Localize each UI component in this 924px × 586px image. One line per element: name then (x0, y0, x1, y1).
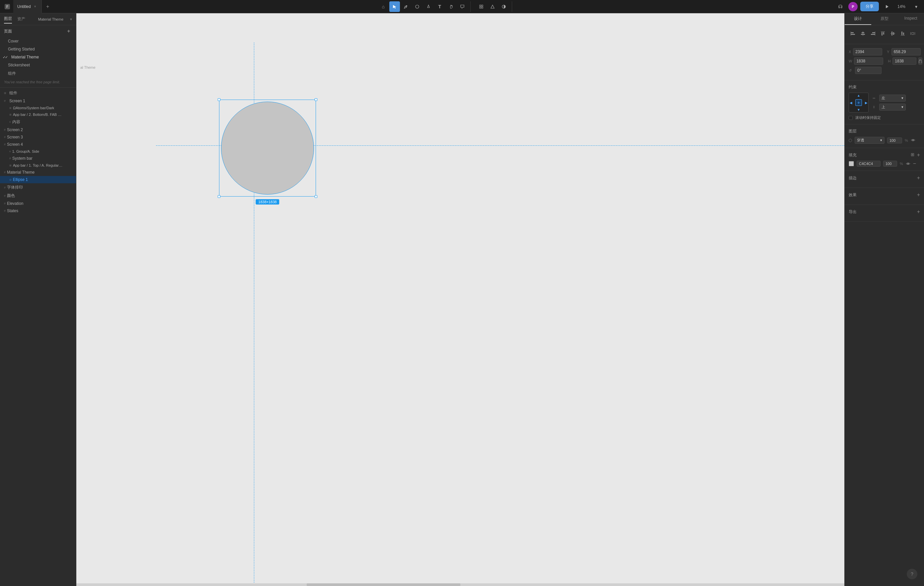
layer-component3-icon: ⊞ (9, 164, 12, 167)
layer-screen4[interactable]: # Screen 4 (0, 141, 76, 148)
svg-rect-18 (872, 32, 875, 33)
zoom-level[interactable]: 14% (895, 4, 908, 9)
text-tool[interactable]: T (434, 1, 445, 12)
fill-hex-input[interactable] (856, 161, 881, 167)
align-left-btn[interactable] (849, 29, 857, 38)
shape-tool[interactable] (412, 1, 422, 12)
constraints-title: 约束 (849, 84, 856, 90)
tab-inspect[interactable]: Inspect (898, 13, 924, 25)
layer-screen2[interactable]: # Screen 2 (0, 126, 76, 134)
layers-tab[interactable]: 图层 (4, 15, 12, 23)
active-tab[interactable]: Untitled × (13, 0, 42, 13)
blend-mode-dropdown[interactable]: 穿透 ▾ (855, 137, 884, 144)
add-stroke-btn[interactable]: + (917, 175, 920, 181)
opacity-percent: % (905, 139, 908, 142)
layer-states[interactable]: # States (0, 207, 76, 215)
scroll-fixed-checkbox[interactable] (849, 116, 853, 120)
add-export-btn[interactable]: + (917, 209, 920, 215)
layer-system-bar2[interactable]: # System bar (0, 155, 76, 162)
selected-frame[interactable]: 1838×1838 (219, 100, 316, 196)
layer-system-bar[interactable]: ⊞ ΩAtoms/System bar/Dark (0, 105, 76, 111)
pen-tool[interactable] (401, 1, 411, 12)
h-input[interactable] (893, 58, 916, 65)
page-cover[interactable]: Cover (0, 37, 76, 45)
layer-app-bar-bottom[interactable]: ⊞ App bar / 2. Bottom/B. FAB ce... (0, 111, 76, 118)
v-constraint-dropdown[interactable]: 上 ▾ (879, 104, 906, 111)
align-bottom-btn[interactable] (898, 29, 907, 38)
help-button[interactable]: ? (907, 569, 917, 579)
svg-rect-29 (901, 35, 905, 36)
pages-list: Cover Getting Started ✓ Material Theme S… (0, 37, 76, 78)
handle-tl[interactable] (218, 98, 220, 101)
handle-bl[interactable] (218, 195, 220, 198)
tab-prototype[interactable]: 原型 (871, 13, 898, 25)
fill-opacity-input[interactable] (883, 161, 897, 167)
layer-screen3[interactable]: # Screen 3 (0, 134, 76, 141)
assets-tab[interactable]: 资产 (17, 15, 25, 23)
y-input[interactable] (891, 48, 921, 55)
position-section: X Y W H ↺ (845, 44, 924, 80)
x-input[interactable] (853, 48, 882, 55)
fill-color-swatch[interactable] (849, 161, 854, 166)
canvas-area[interactable]: al Theme 1838×1838 (76, 13, 844, 586)
page-stickersheet[interactable]: Stickersheet (0, 61, 76, 69)
distribute-btn[interactable] (908, 29, 917, 38)
visibility-toggle[interactable] (911, 138, 916, 143)
page-material-theme[interactable]: ✓ Material Theme (0, 53, 76, 61)
layer-content[interactable]: ≡ 内容 (0, 118, 76, 126)
rotation-input[interactable] (855, 67, 881, 74)
breadcrumb-chevron: ▾ (70, 17, 72, 21)
horizontal-scrollbar[interactable] (76, 583, 844, 586)
layer-group-side[interactable]: ≡ 1. Group/A. Side (0, 148, 76, 155)
handle-br[interactable] (315, 195, 317, 198)
fill-grid-btn[interactable]: ⊞ (911, 152, 914, 158)
handle-tr[interactable] (315, 98, 317, 101)
assets-tool[interactable] (487, 1, 498, 12)
layer-ellipse1[interactable]: ○ Ellipse 1 (0, 176, 76, 183)
layer-typography[interactable]: # 字体排印 (0, 183, 76, 191)
layer-screen1[interactable]: # Screen 1 (0, 97, 76, 105)
align-center-v-btn[interactable] (888, 29, 897, 38)
select-tool[interactable] (389, 1, 400, 12)
remove-fill-btn[interactable]: − (913, 161, 916, 166)
tab-design[interactable]: 设计 (845, 13, 871, 25)
layer-colors[interactable]: # 颜色 (0, 191, 76, 200)
layer-material-theme[interactable]: # Material Theme (0, 168, 76, 176)
add-fill-btn[interactable]: + (917, 152, 920, 158)
share-button[interactable]: 分享 (860, 2, 879, 11)
page-getting-started[interactable]: Getting Started (0, 45, 76, 53)
add-page-btn[interactable]: + (65, 28, 72, 35)
contrast-tool[interactable] (498, 1, 509, 12)
right-panel: 设计 原型 Inspect (844, 13, 924, 586)
align-top-btn[interactable] (879, 29, 887, 38)
h-constraint-symbol: ⇔ (873, 96, 877, 100)
align-right-btn[interactable] (869, 29, 877, 38)
tab-close-btn[interactable]: × (33, 4, 38, 9)
layer-app-bar-top[interactable]: ⊞ App bar / 1. Top / A. Regular/ ... (0, 162, 76, 168)
opacity-input[interactable] (887, 137, 902, 144)
user-avatar[interactable]: P (848, 2, 858, 11)
x-y-row: X Y (849, 48, 920, 55)
ellipse-element[interactable] (221, 102, 314, 195)
h-constraint-dropdown[interactable]: 左 ▾ (879, 95, 906, 102)
constraint-center-btn[interactable]: + (855, 99, 862, 106)
comment-tool[interactable] (457, 1, 468, 12)
page-components[interactable]: 组件 (0, 69, 76, 78)
fill-visibility-btn[interactable] (906, 161, 911, 166)
w-input[interactable] (854, 58, 883, 65)
vector-tool[interactable] (423, 1, 434, 12)
layer-hash9-icon: # (4, 202, 6, 205)
play-btn[interactable] (881, 1, 892, 12)
new-tab-btn[interactable]: + (43, 2, 53, 11)
align-center-h-btn[interactable] (859, 29, 867, 38)
add-effect-btn[interactable]: + (917, 192, 920, 198)
components-tool[interactable] (476, 1, 487, 12)
zoom-dropdown-btn[interactable]: ▾ (911, 1, 921, 12)
headphone-btn[interactable] (835, 1, 846, 12)
layer-组件-group[interactable]: ⊞ 组件 (0, 89, 76, 97)
home-btn[interactable]: ⌂ (378, 1, 389, 12)
hand-tool[interactable] (446, 1, 456, 12)
layer-elevation[interactable]: # Elevation (0, 200, 76, 207)
svg-text:F: F (6, 5, 8, 8)
lock-ratio-btn[interactable] (918, 58, 922, 65)
